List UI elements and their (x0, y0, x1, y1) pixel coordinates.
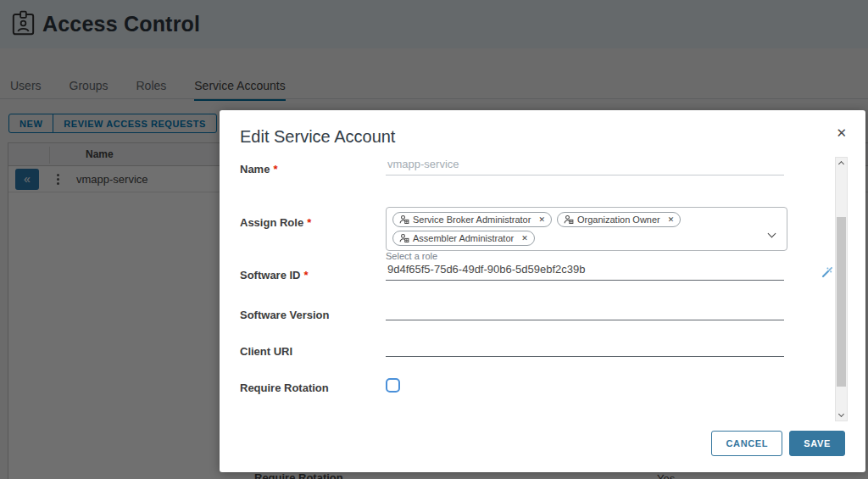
require-rotation-label: Require Rotation (240, 382, 329, 394)
chevron-down-icon[interactable] (769, 225, 775, 240)
required-asterisk: * (304, 269, 309, 281)
modal-footer: CANCEL SAVE (711, 431, 845, 456)
modal-title: Edit Service Account (240, 127, 395, 147)
cancel-button[interactable]: CANCEL (711, 431, 782, 456)
name-input[interactable] (386, 158, 784, 175)
edit-service-account-modal: Edit Service Account ✕ Name* Assign Role… (220, 110, 865, 472)
name-label: Name* (240, 163, 277, 175)
role-icon (399, 214, 409, 225)
client-uri-label: Client URI (240, 345, 292, 358)
software-version-input[interactable] (386, 303, 784, 320)
remove-chip-icon[interactable]: ✕ (668, 215, 675, 224)
scrollbar-thumb[interactable] (837, 217, 846, 387)
scroll-down-icon[interactable] (836, 409, 847, 420)
role-chip[interactable]: Service Broker Administrator ✕ (392, 212, 552, 227)
remove-chip-icon[interactable]: ✕ (538, 215, 545, 224)
role-chip[interactable]: Assembler Administrator ✕ (392, 231, 535, 246)
remove-chip-icon[interactable]: ✕ (521, 234, 528, 242)
assign-role-combobox[interactable]: Service Broker Administrator ✕ Organizat… (386, 207, 787, 251)
generate-id-wand-icon[interactable] (821, 265, 834, 282)
client-uri-input[interactable] (386, 339, 784, 357)
required-asterisk: * (273, 163, 277, 175)
required-asterisk: * (307, 216, 311, 229)
save-button[interactable]: SAVE (789, 431, 845, 456)
software-version-label: Software Version (240, 309, 329, 321)
close-icon[interactable]: ✕ (836, 125, 847, 141)
scroll-up-icon[interactable] (836, 159, 847, 170)
modal-scrollbar[interactable] (835, 157, 848, 421)
role-icon (399, 233, 409, 243)
screen: Access Control Users Groups Roles Servic… (0, 0, 868, 479)
require-rotation-checkbox[interactable] (386, 378, 400, 393)
software-id-input[interactable] (386, 263, 784, 281)
role-icon (564, 214, 574, 225)
role-chip[interactable]: Organization Owner ✕ (557, 212, 681, 227)
software-id-label: Software ID* (240, 269, 309, 281)
assign-role-label: Assign Role* (240, 216, 311, 229)
select-a-role-helper: Select a role (386, 251, 437, 261)
